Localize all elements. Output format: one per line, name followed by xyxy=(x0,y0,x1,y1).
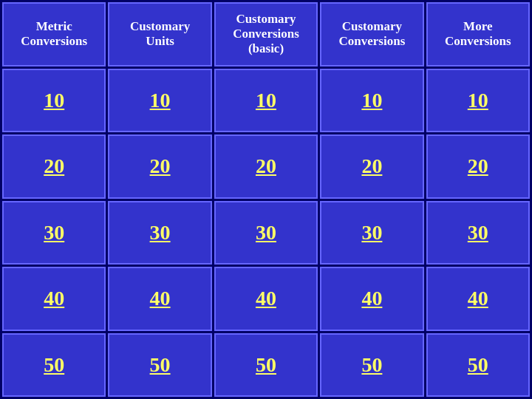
cell-customary-basic-20[interactable]: 20 xyxy=(214,134,318,199)
cell-customary-units-50[interactable]: 50 xyxy=(108,333,211,398)
cell-customary-units-30[interactable]: 30 xyxy=(108,201,211,265)
cell-more-20[interactable]: 20 xyxy=(426,134,530,199)
cell-customary-units-40[interactable]: 40 xyxy=(108,267,211,331)
cell-customary-basic-40[interactable]: 40 xyxy=(214,267,318,331)
cell-metric-20[interactable]: 20 xyxy=(2,134,106,199)
header-customary-conversions: Customary Conversions xyxy=(320,2,423,66)
cell-customary-basic-50[interactable]: 50 xyxy=(214,333,318,398)
cell-metric-50[interactable]: 50 xyxy=(2,333,106,398)
cell-customary-20[interactable]: 20 xyxy=(320,134,423,199)
cell-customary-10[interactable]: 10 xyxy=(320,69,423,133)
cell-customary-40[interactable]: 40 xyxy=(320,267,423,331)
header-more-conversions: More Conversions xyxy=(426,2,530,66)
jeopardy-grid: Metric Conversions Customary Units Custo… xyxy=(0,0,532,399)
header-customary-units: Customary Units xyxy=(108,2,211,66)
cell-customary-units-20[interactable]: 20 xyxy=(108,134,211,199)
cell-more-40[interactable]: 40 xyxy=(426,267,530,331)
cell-more-50[interactable]: 50 xyxy=(426,333,530,398)
cell-more-10[interactable]: 10 xyxy=(426,69,530,133)
cell-metric-10[interactable]: 10 xyxy=(2,69,106,133)
cell-more-30[interactable]: 30 xyxy=(426,201,530,265)
cell-customary-units-10[interactable]: 10 xyxy=(108,69,211,133)
cell-customary-50[interactable]: 50 xyxy=(320,333,423,398)
cell-customary-30[interactable]: 30 xyxy=(320,201,423,265)
header-metric-conversions: Metric Conversions xyxy=(2,2,106,66)
header-customary-basic: Customary Conversions (basic) xyxy=(214,2,318,66)
cell-metric-30[interactable]: 30 xyxy=(2,201,106,265)
cell-customary-basic-10[interactable]: 10 xyxy=(214,69,318,133)
cell-customary-basic-30[interactable]: 30 xyxy=(214,201,318,265)
cell-metric-40[interactable]: 40 xyxy=(2,267,106,331)
